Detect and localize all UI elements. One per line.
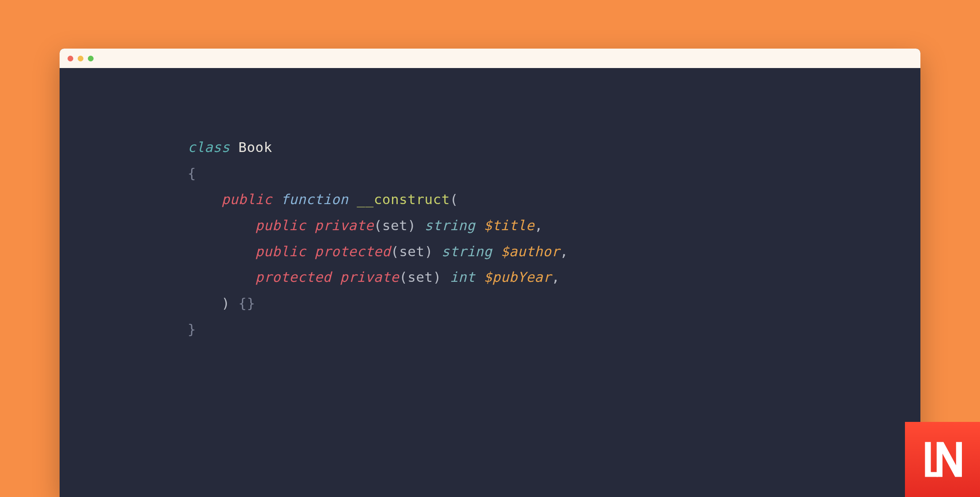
brand-logo [905,422,980,497]
modifier-public: public [255,217,306,233]
var-author: $author [501,243,560,259]
modifier-protected: protected [255,269,331,285]
keyword-function: function [281,191,348,207]
modifier-protected: protected [314,243,390,259]
minimize-icon[interactable] [78,56,83,61]
class-name: Book [238,139,272,155]
code-line-5: public protected(set) string $author, [188,243,568,259]
code-line-6: protected private(set) int $pubYear, [188,269,560,285]
code-line-1: class Book [188,139,272,155]
paren-open: ( [450,191,458,207]
modifier-private: private [314,217,373,233]
code-line-8: } [188,321,196,337]
type-int: int [450,269,475,285]
set-text: set [407,269,433,285]
paren-close: ) [433,269,441,285]
keyword-class: class [188,139,230,155]
dunder: __ [357,191,373,207]
paren-open: ( [399,269,407,285]
window-titlebar [60,49,920,68]
brace-close: } [188,321,196,337]
method-construct: construct [374,191,450,207]
type-string: string [425,217,475,233]
editor-window: class Book { public function __construct… [60,49,920,497]
code-line-2: { [188,165,196,181]
maximize-icon[interactable] [88,56,94,61]
paren-close: ) [425,243,433,259]
brace-open: { [188,165,196,181]
comma: , [560,243,568,259]
set-text: set [382,217,408,233]
modifier-private: private [340,269,399,285]
paren-close: ) [222,295,230,311]
empty-body: {} [238,295,255,311]
keyword-public: public [222,191,272,207]
set-text: set [399,243,425,259]
comma: , [535,217,543,233]
code-line-4: public private(set) string $title, [188,217,543,233]
code-line-7: ) {} [188,295,255,311]
canvas: class Book { public function __construct… [0,0,980,497]
code-editor: class Book { public function __construct… [60,68,920,497]
logo-icon [918,435,967,484]
paren-open: ( [374,217,382,233]
comma: , [551,269,560,285]
close-icon[interactable] [68,56,73,61]
paren-open: ( [391,243,399,259]
var-title: $title [484,217,535,233]
var-pubyear: $pubYear [484,269,551,285]
code-line-3: public function __construct( [188,191,458,207]
type-string: string [441,243,492,259]
paren-close: ) [407,217,416,233]
modifier-public: public [255,243,306,259]
